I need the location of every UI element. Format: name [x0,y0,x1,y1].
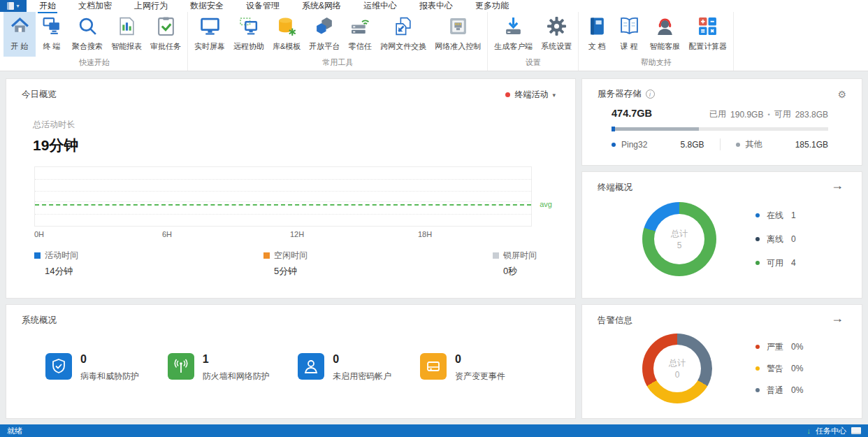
ribbon-item-label: 审批任务 [150,41,181,52]
menu-tabs: 开始文档加密上网行为数据安全设备管理系统&网络运维中心报表中心更多功能 [38,0,510,12]
ribbon-item-配置计算器[interactable]: 配置计算器 [684,12,731,57]
storage-bar-segment [615,127,699,131]
legend-item-活动时间: 活动时间14分钟 [34,250,78,278]
ribbon-item-智能客服[interactable]: 智能客服 [645,12,684,57]
gear-icon[interactable]: ⚙ [837,89,846,99]
ribbon-group: 文 档课 程智能客服配置计算器帮助支持 [579,12,734,71]
chevron-down-icon: ▾ [16,3,19,9]
search-icon [78,16,98,38]
ribbon-item-label: 终 端 [43,41,60,52]
donut-center-label: 总计 [669,357,686,369]
ribbon-group-label: 设置 [490,57,576,71]
ribbon-item-实时屏幕[interactable]: 实时屏幕 [190,12,229,57]
device-icon [420,353,447,380]
nac-icon [448,16,468,38]
used-value: 190.9GB [730,110,763,120]
ribbon-item-系统设置[interactable]: 系统设置 [537,12,576,57]
ribbon-group: 实时屏幕远程协助库&模板开放平台零信任跨网文件交换网络准入控制常用工具 [188,12,488,71]
separator-dot-icon: • [767,111,769,118]
terminal-overview-panel: 终端概况 → 总计 5 在线1离线0可用4 [581,171,862,299]
terminal-donut-chart: 总计 5 [642,202,716,276]
menu-tab-数据安全[interactable]: 数据安全 [189,0,225,12]
avg-label: avg [540,200,552,208]
ribbon-item-远程协助[interactable]: 远程协助 [229,12,268,57]
ribbon-item-聚合搜索[interactable]: 聚合搜索 [68,12,107,57]
ribbon-item-生成客户端[interactable]: 生成客户端 [490,12,537,57]
donut-center-label: 总计 [671,228,688,240]
ribbon-group-label: 常用工具 [190,57,485,71]
menu-tab-设备管理[interactable]: 设备管理 [245,0,281,12]
ribbon-item-零信任[interactable]: 零信任 [344,12,376,57]
stat-资产变更事件: 0资产变更事件 [420,353,505,382]
ribbon-item-label: 网络准入控制 [435,41,481,52]
arrow-right-icon[interactable]: → [831,179,844,192]
report-icon [117,16,137,38]
alarm-legend: 严重0%警告0%普通0% [755,341,838,396]
zerotrust-icon [350,16,370,38]
ribbon-item-智能报表[interactable]: 智能报表 [107,12,146,57]
ribbon-group: 开 始终 端聚合搜索智能报表审批任务快速开始 [1,12,188,71]
storage-legend: Ping325.8GB其他185.1GB [612,138,828,150]
alarm-donut-chart: 总计 0 [642,334,712,403]
ribbon-item-网络准入控制[interactable]: 网络准入控制 [431,12,485,57]
antenna-icon [168,353,194,380]
terminal-icon [42,16,62,38]
ribbon-item-课程[interactable]: 课 程 [613,12,645,57]
stat-病毒和威胁防护: 0病毒和威胁防护 [45,353,139,382]
legend-item-锁屏时间: 锁屏时间0秒 [493,250,537,278]
menu-tab-运维中心[interactable]: 运维中心 [362,0,398,12]
menu-tab-上网行为[interactable]: 上网行为 [133,0,169,12]
menu-tab-报表中心[interactable]: 报表中心 [418,0,454,12]
platform-icon [314,16,335,38]
library-icon [277,16,297,38]
x-tick: 12H [290,230,304,238]
stat-防火墙和网络防护: 1防火墙和网络防护 [168,353,270,382]
ribbon-item-label: 生成客户端 [494,41,533,52]
ribbon-item-label: 开 始 [10,41,28,52]
legend-item-空闲时间: 空闲时间5分钟 [263,250,308,278]
storage-legend-其他: 其他185.1GB [721,138,829,150]
task-center-label: 任务中心 [816,426,846,436]
ribbon-item-label: 智能报表 [111,41,142,52]
donut-center-value: 0 [675,370,680,380]
ribbon-item-审批任务[interactable]: 审批任务 [146,12,185,57]
server-storage-title: 服务器存储 [598,88,642,100]
app-window-icon [7,2,14,10]
legend-item-离线: 离线0 [755,234,838,245]
menu-tab-开始[interactable]: 开始 [38,0,57,12]
ribbon-item-开始[interactable]: 开 始 [3,12,36,57]
app-menu-button[interactable]: ▾ [0,0,27,12]
menu-tab-更多功能[interactable]: 更多功能 [474,0,510,12]
ribbon-item-开放平台[interactable]: 开放平台 [305,12,344,57]
donut-center-value: 5 [677,241,682,250]
ribbon-item-库&模板[interactable]: 库&模板 [268,12,305,57]
menu-tab-系统&网络[interactable]: 系统&网络 [301,0,342,12]
menubar: ▾ 开始文档加密上网行为数据安全设备管理系统&网络运维中心报表中心更多功能 [0,0,868,12]
ribbon-item-文档[interactable]: 文 档 [581,12,613,57]
free-label: 可用 [774,108,791,120]
ribbon-group-label: 快速开始 [3,57,185,71]
screen-icon [200,16,220,38]
filter-dot-icon [505,92,510,97]
x-tick: 6H [162,230,172,238]
task-center-button[interactable]: ↓ 任务中心 [807,426,862,436]
activity-filter-dropdown[interactable]: 终端活动 ▾ [505,89,556,101]
chevron-down-icon: ▾ [552,92,556,99]
system-overview-panel: 系统概况 0病毒和威胁防护1防火墙和网络防护0未启用密码帐户0资产变更事件 [6,304,576,419]
terminal-legend: 在线1离线0可用4 [755,210,838,269]
alarm-info-panel: 告警信息 → 总计 0 严重0%警告0%普通0% [581,304,862,419]
menu-tab-文档加密[interactable]: 文档加密 [77,0,113,12]
x-tick: 0H [34,230,44,238]
total-activity-label: 总活动时长 [33,119,575,131]
chart-x-axis: 0H6H12H18H [34,230,532,241]
chart-legend: 活动时间14分钟空闲时间5分钟锁屏时间0秒 [34,250,537,278]
clientgen-icon [503,16,523,38]
legend-item-严重: 严重0% [755,341,838,353]
info-icon[interactable]: i [646,89,655,99]
alarm-info-title: 告警信息 [582,305,862,327]
dashboard-content: 今日概览 终端活动 ▾ 总活动时长 19分钟 avg 0H6H12H18H 活动… [0,71,868,424]
status-text: 就绪 [7,426,22,436]
ribbon-item-跨网文件交换[interactable]: 跨网文件交换 [376,12,431,57]
ribbon-item-终端[interactable]: 终 端 [36,12,68,57]
arrow-right-icon[interactable]: → [831,312,844,324]
